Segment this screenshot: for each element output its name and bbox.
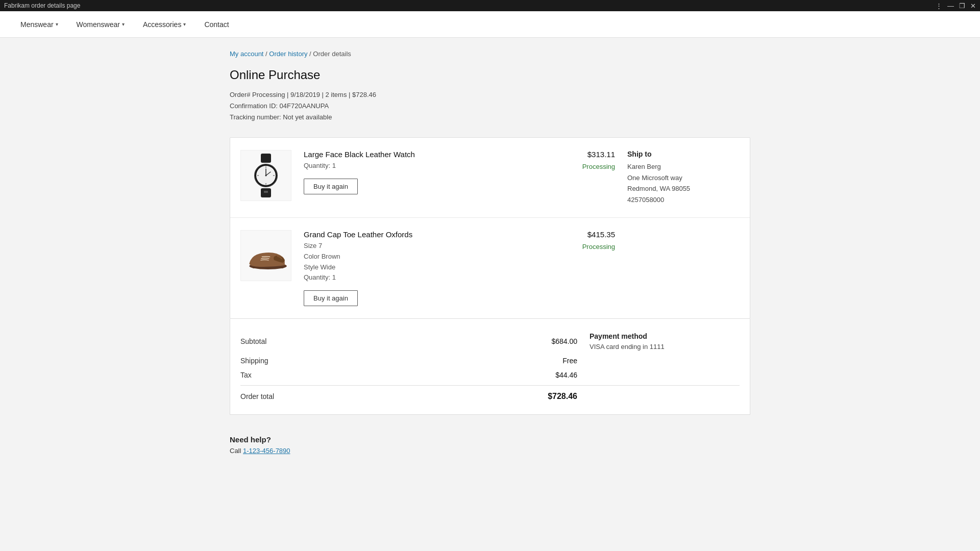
tax-value: $44.46: [506, 371, 577, 379]
item-price-2: $415.35: [544, 230, 615, 239]
order-total-row: Order total $728.46: [240, 389, 740, 404]
page-content: My account / Order history / Order detai…: [219, 38, 761, 485]
subtotal-label: Subtotal: [240, 337, 506, 345]
confirmation-id: 04F720AANUPA: [280, 102, 329, 110]
item-attr-size: Size 7: [304, 241, 531, 252]
item-price-col-1: $313.11 Processing: [544, 150, 615, 170]
menu-icon[interactable]: ⋮: [936, 2, 942, 10]
ship-to-address2: Redmond, WA 98055: [627, 183, 740, 194]
payment-value: VISA card ending in 1111: [590, 343, 702, 350]
order-items-count: 2 items: [326, 91, 347, 98]
item-status-2: Processing: [544, 243, 615, 251]
help-phone[interactable]: 1-123-456-7890: [243, 447, 290, 455]
order-date: 9/18/2019: [290, 91, 320, 98]
breadcrumb-order-history[interactable]: Order history: [269, 50, 307, 58]
tax-row: Tax $44.46: [240, 368, 740, 382]
subtotal-value: $684.00: [506, 337, 577, 345]
svg-rect-0: [261, 154, 271, 163]
tracking-line: Tracking number: Not yet available: [230, 112, 750, 123]
item-attr-style: Style Wide: [304, 262, 531, 273]
order-total-value: $728.46: [506, 392, 577, 401]
nav-contact[interactable]: Contact: [204, 12, 229, 37]
chevron-down-icon: ▾: [122, 21, 125, 27]
nav-accessories[interactable]: Accessories ▾: [143, 12, 186, 37]
totals-section: Subtotal $684.00 Payment method VISA car…: [230, 319, 750, 415]
item-image-watch: [240, 150, 291, 201]
items-section: Large Face Black Leather Watch Quantity:…: [230, 137, 750, 319]
ship-to-address1: One Microsoft way: [627, 172, 740, 183]
shipping-value: Free: [506, 357, 577, 365]
titlebar-title: Fabrikam order details page: [4, 2, 80, 9]
nav-menswear[interactable]: Menswear ▾: [20, 12, 58, 37]
breadcrumb-current: Order details: [313, 50, 351, 58]
item-status-1: Processing: [544, 163, 615, 170]
order-item-2: Grand Cap Toe Leather Oxfords Size 7 Col…: [230, 218, 750, 318]
svg-rect-11: [264, 191, 268, 193]
subtotal-row: Subtotal $684.00 Payment method VISA car…: [240, 329, 740, 354]
minimize-button[interactable]: —: [947, 2, 954, 10]
item-attr-color: Color Brown: [304, 252, 531, 262]
item-attr-quantity-2: Quantity: 1: [304, 272, 531, 283]
close-button[interactable]: ✕: [970, 2, 976, 10]
chevron-down-icon: ▾: [183, 21, 186, 27]
order-summary-line: Order# Processing | 9/18/2019 | 2 items …: [230, 89, 750, 101]
order-total-label: Order total: [240, 392, 506, 400]
tracking-label: Tracking number:: [230, 113, 281, 121]
titlebar-controls: ⋮ — ❐ ✕: [936, 2, 976, 10]
payment-method-section: Payment method VISA card ending in 1111: [590, 332, 702, 350]
totals-divider: [240, 385, 740, 386]
breadcrumb: My account / Order history / Order detai…: [230, 50, 750, 58]
item-image-shoe: [240, 230, 291, 281]
help-title: Need help?: [230, 435, 750, 444]
item-details-1: Large Face Black Leather Watch Quantity:…: [304, 150, 531, 194]
nav: Menswear ▾ Womenswear ▾ Accessories ▾ Co…: [0, 11, 980, 38]
ship-to-label: Ship to: [627, 150, 740, 158]
help-section: Need help? Call 1-123-456-7890: [230, 435, 750, 455]
ship-to-name: Karen Berg: [627, 161, 740, 172]
breadcrumb-my-account[interactable]: My account: [230, 50, 263, 58]
order-status: Processing: [252, 91, 285, 98]
buy-again-button-2[interactable]: Buy it again: [304, 290, 358, 306]
shoe-svg: [243, 240, 289, 271]
restore-button[interactable]: ❐: [959, 2, 965, 10]
page-title: Online Purchase: [230, 68, 750, 82]
item-price-1: $313.11: [544, 150, 615, 159]
help-text: Call 1-123-456-7890: [230, 447, 750, 455]
confirmation-label: Confirmation ID:: [230, 102, 278, 110]
confirmation-line: Confirmation ID: 04F720AANUPA: [230, 101, 750, 112]
shipping-label: Shipping: [240, 357, 506, 365]
item-details-2: Grand Cap Toe Leather Oxfords Size 7 Col…: [304, 230, 531, 306]
order-item-1: Large Face Black Leather Watch Quantity:…: [230, 138, 750, 218]
order-meta: Order# Processing | 9/18/2019 | 2 items …: [230, 89, 750, 123]
buy-again-button-1[interactable]: Buy it again: [304, 179, 358, 194]
ship-to-section: Ship to Karen Berg One Microsoft way Red…: [627, 150, 740, 205]
item-name-2: Grand Cap Toe Leather Oxfords: [304, 230, 531, 239]
tracking-value: Not yet available: [283, 113, 332, 121]
watch-svg: [248, 153, 284, 198]
order-number-label: Order#: [230, 91, 250, 98]
titlebar: Fabrikam order details page ⋮ — ❐ ✕: [0, 0, 980, 11]
item-attr-quantity-1: Quantity: 1: [304, 161, 531, 171]
order-total: $728.46: [352, 91, 376, 98]
chevron-down-icon: ▾: [56, 21, 58, 27]
help-call-text: Call: [230, 447, 241, 455]
nav-womenswear[interactable]: Womenswear ▾: [77, 12, 125, 37]
ship-to-phone: 4257058000: [627, 194, 740, 205]
item-name-1: Large Face Black Leather Watch: [304, 150, 531, 159]
item-price-col-2: $415.35 Processing: [544, 230, 615, 251]
tax-label: Tax: [240, 371, 506, 379]
ship-to-text: Karen Berg One Microsoft way Redmond, WA…: [627, 161, 740, 205]
shipping-row: Shipping Free: [240, 354, 740, 368]
payment-label: Payment method: [590, 332, 702, 340]
